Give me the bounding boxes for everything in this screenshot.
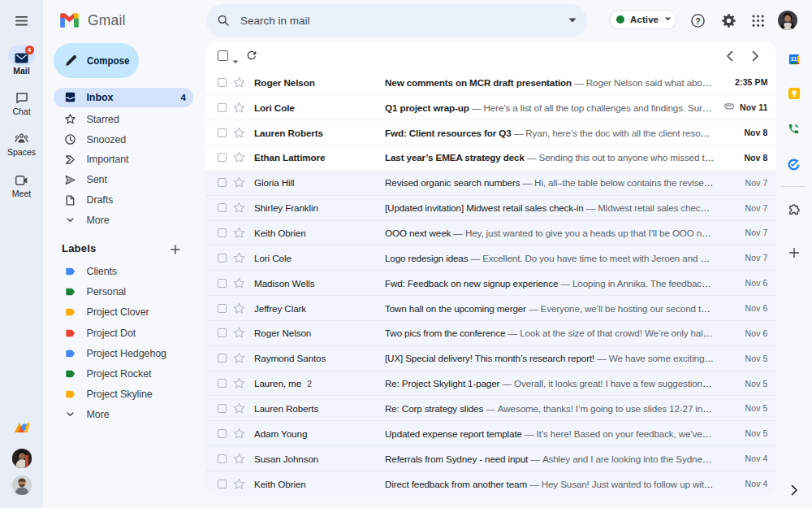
svg-text:?: ? (695, 16, 700, 26)
svg-text:31: 31 (790, 56, 797, 62)
